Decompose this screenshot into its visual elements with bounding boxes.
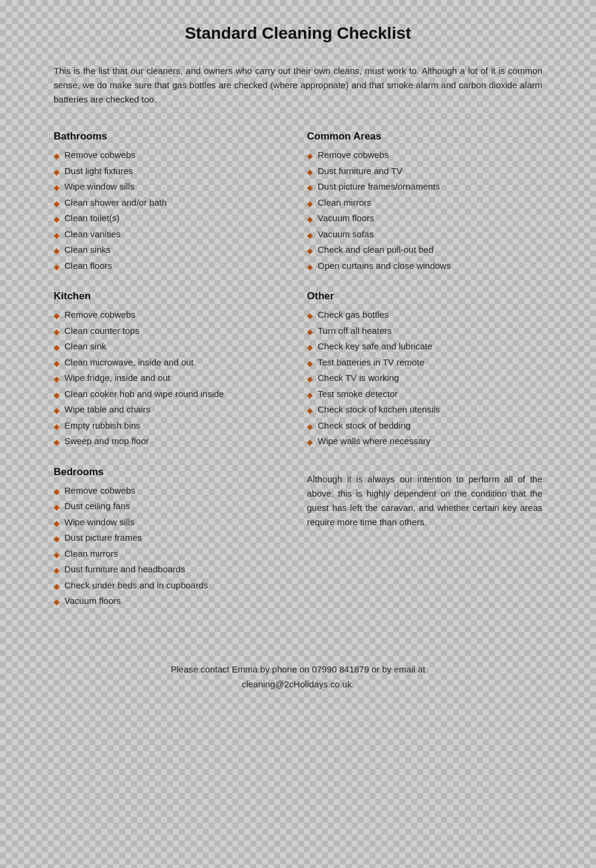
list-item: ◆Empty rubbish bins xyxy=(54,419,289,433)
bullet-icon: ◆ xyxy=(307,358,313,370)
bullet-icon: ◆ xyxy=(307,166,313,178)
list-item: ◆Remove cobwebs xyxy=(54,308,289,322)
list-item: ◆Vacuum floors xyxy=(307,212,542,225)
bullet-icon: ◆ xyxy=(307,389,313,401)
list-item: ◆Clean mirrors xyxy=(307,196,542,210)
right-column: Common Areas ◆Remove cobwebs ◆Dust furni… xyxy=(307,131,542,529)
section-kitchen: Kitchen ◆Remove cobwebs ◆Clean counter t… xyxy=(54,290,289,448)
list-item: ◆Clean counter tops xyxy=(54,324,289,338)
bullet-icon: ◆ xyxy=(54,310,60,322)
list-item: ◆Open curtains and close windows xyxy=(307,259,542,273)
bedrooms-list: ◆Remove cobwebs ◆Dust ceiling fans ◆Wipe… xyxy=(54,484,289,608)
bullet-icon: ◆ xyxy=(307,198,313,210)
list-item: ◆Turn off all heaters xyxy=(307,324,542,338)
list-item: ◆Vacuum sofas xyxy=(307,228,542,241)
kitchen-title: Kitchen xyxy=(54,290,289,302)
list-item: ◆Clean vanities xyxy=(54,228,289,241)
bullet-icon: ◆ xyxy=(54,436,60,448)
bullet-icon: ◆ xyxy=(307,150,313,162)
list-item: ◆Dust furniture and headboards xyxy=(54,563,289,576)
list-item: ◆Clean sink xyxy=(54,340,289,354)
bullet-icon: ◆ xyxy=(307,326,313,338)
bullet-icon: ◆ xyxy=(307,310,313,322)
bathrooms-title: Bathrooms xyxy=(54,131,289,142)
list-item: ◆Dust picture frames xyxy=(54,531,289,545)
list-item: ◆Clean cooker hob and wipe round inside xyxy=(54,388,289,401)
bullet-icon: ◆ xyxy=(307,436,313,448)
bullet-icon: ◆ xyxy=(54,596,60,608)
bullet-icon: ◆ xyxy=(54,230,60,241)
common-areas-title: Common Areas xyxy=(307,131,542,142)
list-item: ◆Dust furniture and TV xyxy=(307,165,542,178)
list-item: ◆Dust light fixtures xyxy=(54,165,289,178)
list-item: ◆Wipe window sills xyxy=(54,516,289,529)
list-item: ◆Wipe fridge, inside and out xyxy=(54,371,289,385)
contact-line1: Please contact Emma by phone on 07990 84… xyxy=(171,664,426,674)
other-list: ◆Check gas bottles ◆Turn off all heaters… xyxy=(307,308,542,448)
list-item: ◆Remove cobwebs xyxy=(54,148,289,162)
list-item: ◆Check TV is working xyxy=(307,371,542,385)
list-item: ◆Clean floors xyxy=(54,259,289,273)
bullet-icon: ◆ xyxy=(54,565,60,576)
bullet-icon: ◆ xyxy=(54,405,60,417)
list-item: ◆Clean microwave, inside and out xyxy=(54,356,289,370)
main-columns: Bathrooms ◆Remove cobwebs ◆Dust light fi… xyxy=(54,131,542,626)
bullet-icon: ◆ xyxy=(54,581,60,593)
bathrooms-list: ◆Remove cobwebs ◆Dust light fixtures ◆Wi… xyxy=(54,148,289,272)
bullet-icon: ◆ xyxy=(307,230,313,241)
bullet-icon: ◆ xyxy=(54,150,60,162)
bullet-icon: ◆ xyxy=(54,517,60,529)
bullet-icon: ◆ xyxy=(54,501,60,513)
bullet-icon: ◆ xyxy=(307,421,313,433)
bullet-icon: ◆ xyxy=(54,358,60,370)
list-item: ◆Clean mirrors xyxy=(54,547,289,561)
kitchen-list: ◆Remove cobwebs ◆Clean counter tops ◆Cle… xyxy=(54,308,289,448)
list-item: ◆Check stock of bedding xyxy=(307,419,542,433)
list-item: ◆Wipe walls where necessary xyxy=(307,435,542,448)
list-item: ◆Clean toilet(s) xyxy=(54,212,289,225)
bullet-icon: ◆ xyxy=(307,373,313,385)
list-item: ◆Dust picture frames/ornaments xyxy=(307,180,542,194)
page: Standard Cleaning Checklist This is the … xyxy=(42,0,554,728)
left-column: Bathrooms ◆Remove cobwebs ◆Dust light fi… xyxy=(54,131,289,626)
intro-text: This is the list that our cleaners, and … xyxy=(54,64,542,107)
list-item: ◆Vacuum floors xyxy=(54,594,289,608)
bullet-icon: ◆ xyxy=(54,373,60,385)
bullet-icon: ◆ xyxy=(307,182,313,194)
list-item: ◆Check key safe and lubricate xyxy=(307,340,542,354)
list-item: ◆Check under beds and in cupboards xyxy=(54,579,289,593)
bullet-icon: ◆ xyxy=(54,326,60,338)
list-item: ◆Remove cobwebs xyxy=(307,148,542,162)
list-item: ◆Wipe table and chairs xyxy=(54,403,289,417)
bullet-icon: ◆ xyxy=(307,405,313,417)
list-item: ◆Remove cobwebs xyxy=(54,484,289,498)
section-bathrooms: Bathrooms ◆Remove cobwebs ◆Dust light fi… xyxy=(54,131,289,272)
contact-section: Please contact Emma by phone on 07990 84… xyxy=(54,662,542,692)
bullet-icon: ◆ xyxy=(54,389,60,401)
list-item: ◆Check stock of kitchen utensils xyxy=(307,403,542,417)
list-item: ◆Check gas bottles xyxy=(307,308,542,322)
page-title: Standard Cleaning Checklist xyxy=(54,24,542,43)
bedrooms-title: Bedrooms xyxy=(54,466,289,478)
bullet-icon: ◆ xyxy=(54,261,60,273)
list-item: ◆Dust ceiling fans xyxy=(54,500,289,513)
bullet-icon: ◆ xyxy=(54,486,60,498)
bullet-icon: ◆ xyxy=(307,213,313,225)
section-other: Other ◆Check gas bottles ◆Turn off all h… xyxy=(307,290,542,448)
footer-note: Although it is always our intention to p… xyxy=(307,472,542,529)
list-item: ◆Wipe window sills xyxy=(54,180,289,194)
other-title: Other xyxy=(307,290,542,302)
bullet-icon: ◆ xyxy=(54,421,60,433)
bullet-icon: ◆ xyxy=(54,533,60,545)
bullet-icon: ◆ xyxy=(307,245,313,257)
list-item: ◆Test batteries in TV remote xyxy=(307,356,542,370)
bullet-icon: ◆ xyxy=(307,342,313,354)
list-item: ◆Clean shower and/or bath xyxy=(54,196,289,210)
bullet-icon: ◆ xyxy=(54,166,60,178)
list-item: ◆Check and clean pull-out bed xyxy=(307,243,542,257)
contact-line2: cleaning@2cHolidays.co.uk. xyxy=(242,679,355,689)
bullet-icon: ◆ xyxy=(307,261,313,273)
bullet-icon: ◆ xyxy=(54,549,60,561)
list-item: ◆Clean sinks xyxy=(54,243,289,257)
bullet-icon: ◆ xyxy=(54,198,60,210)
